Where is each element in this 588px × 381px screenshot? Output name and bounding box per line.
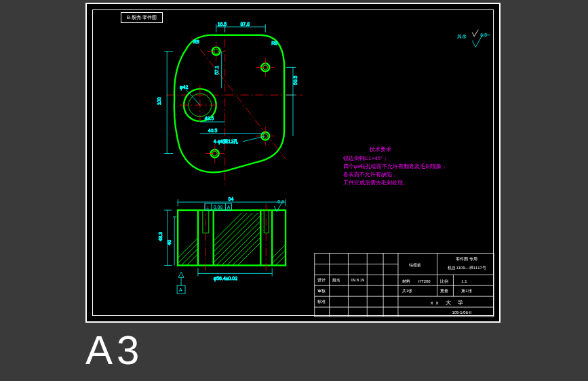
dim-h1: 48.3: [158, 232, 163, 241]
note-4: 工件完成后需去毛刺处理。: [343, 180, 408, 186]
section-outline: [178, 210, 286, 265]
drawing-canvas: 16.5 87.8 103 50.5 57.1 43.5: [87, 4, 499, 322]
dim-d6: 43.5: [205, 116, 214, 121]
tb-page: 第1张: [461, 289, 471, 293]
section-ra: 0.8: [277, 199, 284, 204]
dim-r2: R8: [271, 41, 277, 45]
dim-d2: 87.8: [241, 22, 250, 26]
top-dims: 16.5 87.8 103 50.5 57.1 43.5: [157, 22, 298, 154]
drawing-sheet: B-股壳-零件图: [85, 3, 501, 323]
default-roughness: 其余 6.3: [457, 30, 490, 47]
rough-all-label: 其余: [457, 34, 467, 39]
tb-mass: 重量: [440, 289, 448, 293]
sheet-size-label: A3: [85, 327, 143, 374]
notes-heading: 技术要求: [369, 146, 391, 153]
gdt-sym: ⟂: [206, 205, 210, 209]
rough-all-ra: 6.3: [480, 33, 487, 37]
tb-school: xx 大 学: [431, 300, 466, 306]
top-profile: [174, 35, 284, 173]
tb-project: 零件图 专用: [456, 257, 477, 261]
svg-line-58: [262, 213, 322, 273]
tb-check-label: 审核: [317, 288, 326, 293]
tb-std-label: 标准: [317, 300, 326, 304]
tb-qty: 共1张: [402, 289, 412, 293]
note-2: 四个φ9钻孔端面不允许有翻卷及毛刺现象；: [343, 163, 448, 169]
dim-d4: 57.1: [214, 66, 219, 75]
technical-notes: 技术要求 锐边倒钝C1×45°； 四个φ9钻孔端面不允许有翻卷及毛刺现象； 各表…: [342, 146, 448, 186]
note-3: 各表面不允许有缺陷；: [343, 172, 397, 178]
gdt-datum: A: [227, 205, 231, 209]
gdt-box: ⟂ 0.08 A: [205, 203, 232, 210]
dim-bolt: 4-φ9深12孔: [214, 139, 238, 144]
datum-a: A: [177, 272, 185, 294]
dim-d7: 50.5: [293, 76, 298, 85]
top-view: 16.5 87.8 103 50.5 57.1 43.5: [157, 22, 302, 186]
dim-d5: 40.5: [208, 128, 218, 133]
title-block: 设计 姓名 09.8.19 审核 标准 钻模板 零件图 专用 机自1109—班1…: [315, 254, 494, 317]
svg-line-54: [173, 213, 233, 273]
gdt-tol: 0.08: [214, 205, 223, 209]
dim-r1: R8: [193, 39, 199, 44]
tb-drawing-no: 109-1/06-II: [452, 310, 471, 315]
tb-scale-label: 比例: [440, 279, 448, 283]
note-1: 锐边倒钝C1×45°；: [342, 155, 389, 161]
centerline-diag: [191, 38, 286, 159]
dim-hole-dia: φ42: [180, 85, 188, 90]
dim-d1: 16.5: [218, 22, 227, 26]
section-hatch: [162, 213, 328, 273]
tb-part-name: 钻模板: [408, 263, 421, 267]
section-view: 94 48.3 40 φ56.4±0.02 ⟂: [158, 197, 328, 294]
dim-w1: 94: [229, 197, 234, 201]
svg-line-60: [256, 213, 317, 273]
tb-date: 09.8.19: [351, 278, 365, 282]
tb-scale: 1:1: [461, 279, 467, 283]
tb-material-label: 材料: [401, 279, 410, 283]
svg-line-59: [267, 213, 328, 273]
datum-label: A: [179, 287, 182, 292]
tb-author-label: 设计: [317, 278, 326, 282]
tb-material: HT200: [418, 279, 431, 283]
tb-class: 机自1109—班1117号: [448, 266, 486, 270]
dim-tol: φ56.4±0.02: [214, 276, 237, 281]
dim-h2: 40: [167, 240, 172, 245]
tb-author: 姓名: [332, 278, 340, 282]
dim-d3: 103: [157, 97, 161, 105]
